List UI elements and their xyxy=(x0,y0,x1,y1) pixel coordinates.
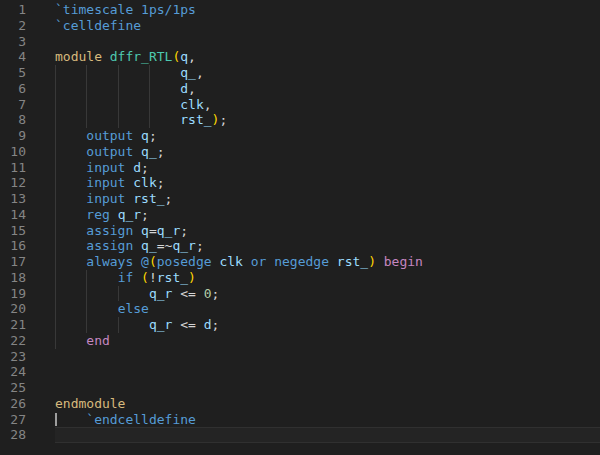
line-number[interactable]: 21 xyxy=(0,317,26,333)
line-number[interactable]: 23 xyxy=(0,349,26,365)
code-token xyxy=(55,191,86,206)
code-token xyxy=(55,412,86,427)
code-line[interactable]: if (!rst_) xyxy=(55,270,600,286)
code-line[interactable]: q_r <= 0; xyxy=(55,286,600,302)
line-number[interactable]: 5 xyxy=(0,65,26,81)
code-token: , xyxy=(196,65,204,80)
code-token: = xyxy=(149,223,157,238)
line-number[interactable]: 19 xyxy=(0,286,26,302)
line-number[interactable]: 16 xyxy=(0,238,26,254)
code-line[interactable]: d, xyxy=(55,81,600,97)
code-line[interactable]: assign q_=~q_r; xyxy=(55,238,600,254)
indent-guide xyxy=(55,65,56,81)
code-token: q xyxy=(141,223,149,238)
line-number[interactable]: 25 xyxy=(0,380,26,396)
text-cursor xyxy=(55,413,57,427)
line-number[interactable]: 1 xyxy=(0,2,26,18)
code-token: d xyxy=(204,317,212,332)
code-token xyxy=(55,128,86,143)
code-line[interactable]: `celldefine xyxy=(55,18,600,34)
line-number[interactable]: 24 xyxy=(0,364,26,380)
code-token xyxy=(329,254,337,269)
line-number[interactable]: 18 xyxy=(0,270,26,286)
indent-guide xyxy=(55,286,56,302)
code-token: ( xyxy=(149,254,157,269)
code-line[interactable]: `endcelldefine xyxy=(55,412,600,428)
code-area[interactable]: `timescale 1ps/1ps`celldefinemodule dffr… xyxy=(55,2,600,443)
code-token: begin xyxy=(384,254,423,269)
code-token xyxy=(55,238,86,253)
line-number[interactable]: 3 xyxy=(0,34,26,50)
code-token: q_r xyxy=(157,223,180,238)
indent-guide xyxy=(55,81,56,97)
code-line-active[interactable] xyxy=(55,427,600,443)
code-line[interactable]: q_, xyxy=(55,65,600,81)
line-number[interactable]: 7 xyxy=(0,97,26,113)
code-token: d xyxy=(133,160,141,175)
line-number[interactable]: 4 xyxy=(0,49,26,65)
indent-guide xyxy=(55,144,56,160)
code-line[interactable]: always @(posedge clk or negedge rst_) be… xyxy=(55,254,600,270)
line-number[interactable]: 28 xyxy=(0,427,26,443)
code-line[interactable]: clk, xyxy=(55,97,600,113)
code-token: q_ xyxy=(141,144,157,159)
line-number[interactable]: 11 xyxy=(0,160,26,176)
code-token: `timescale 1ps/1ps xyxy=(55,2,196,17)
code-line[interactable]: rst_); xyxy=(55,112,600,128)
line-number[interactable]: 2 xyxy=(0,18,26,34)
code-token: ; xyxy=(196,238,204,253)
code-line[interactable]: input clk; xyxy=(55,175,600,191)
code-token: endmodule xyxy=(55,396,125,411)
line-number[interactable]: 6 xyxy=(0,81,26,97)
code-line[interactable]: module dffr_RTL(q, xyxy=(55,49,600,65)
code-line[interactable] xyxy=(55,380,600,396)
line-number[interactable]: 27 xyxy=(0,412,26,428)
code-token: q_ xyxy=(141,238,157,253)
code-line[interactable]: input d; xyxy=(55,160,600,176)
line-number-gutter: 1234567891011121314151617181920212223242… xyxy=(0,2,26,443)
code-line[interactable]: end xyxy=(55,333,600,349)
indent-guide xyxy=(118,286,119,302)
line-number[interactable]: 9 xyxy=(0,128,26,144)
code-token xyxy=(133,254,141,269)
code-line[interactable] xyxy=(55,34,600,50)
indent-guide xyxy=(55,301,56,317)
line-number[interactable]: 8 xyxy=(0,112,26,128)
code-line[interactable]: input rst_; xyxy=(55,191,600,207)
code-token: d xyxy=(180,81,188,96)
code-token: rst_ xyxy=(157,270,188,285)
code-token: ; xyxy=(149,128,157,143)
line-number[interactable]: 17 xyxy=(0,254,26,270)
code-editor[interactable]: 1234567891011121314151617181920212223242… xyxy=(0,0,600,455)
code-token: , xyxy=(204,97,212,112)
line-number[interactable]: 10 xyxy=(0,144,26,160)
line-number[interactable]: 15 xyxy=(0,223,26,239)
code-line[interactable]: output q; xyxy=(55,128,600,144)
code-line[interactable] xyxy=(55,364,600,380)
code-token: q_r xyxy=(149,317,172,332)
indent-guide xyxy=(86,301,87,317)
code-token xyxy=(55,160,86,175)
line-number[interactable]: 22 xyxy=(0,333,26,349)
code-line[interactable] xyxy=(55,349,600,365)
code-token: clk xyxy=(219,254,242,269)
line-number[interactable]: 13 xyxy=(0,191,26,207)
line-number[interactable]: 14 xyxy=(0,207,26,223)
code-line[interactable]: reg q_r; xyxy=(55,207,600,223)
code-token: ( xyxy=(141,270,149,285)
code-line[interactable]: output q_; xyxy=(55,144,600,160)
code-line[interactable]: assign q=q_r; xyxy=(55,223,600,239)
code-token: input xyxy=(86,175,125,190)
line-number[interactable]: 26 xyxy=(0,396,26,412)
code-line[interactable]: endmodule xyxy=(55,396,600,412)
indent-guide xyxy=(149,97,150,113)
indent-guide xyxy=(86,97,87,113)
code-token xyxy=(133,128,141,143)
code-token: q xyxy=(141,128,149,143)
line-number[interactable]: 20 xyxy=(0,301,26,317)
code-token: ; xyxy=(180,223,188,238)
code-line[interactable]: q_r <= d; xyxy=(55,317,600,333)
line-number[interactable]: 12 xyxy=(0,175,26,191)
code-line[interactable]: `timescale 1ps/1ps xyxy=(55,2,600,18)
code-line[interactable]: else xyxy=(55,301,600,317)
